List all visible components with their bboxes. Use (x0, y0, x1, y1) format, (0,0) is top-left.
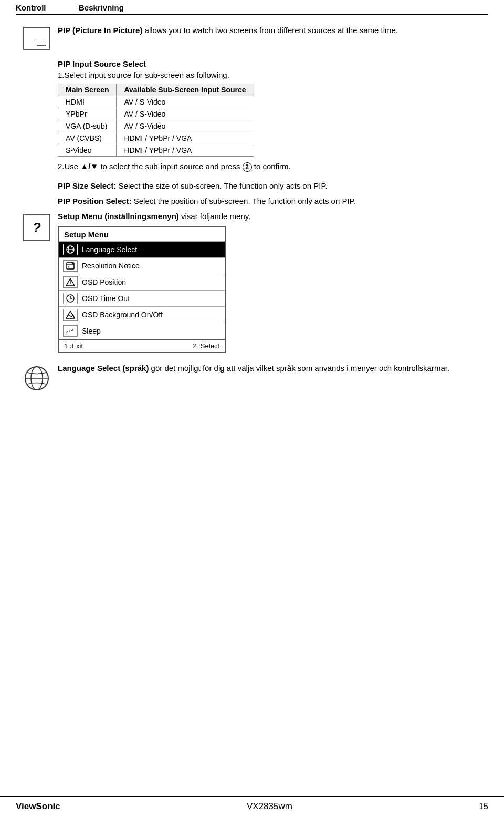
table-cell-mainscreen: VGA (D-sub) (58, 120, 117, 132)
pip-inner-box (37, 39, 46, 46)
setup-menu-item: OSD Position (59, 274, 225, 290)
pip-step2-text: 2.Use ▲/▼ to select the sub-input source… (58, 162, 488, 172)
setup-menu-item: Language Select (59, 241, 225, 257)
menu-item-icon: R (63, 260, 78, 272)
setup-intro-bold: Setup Menu (inställningsmenyn) (58, 212, 179, 221)
table-row: AV (CVBS)HDMI / YPbPr / VGA (58, 132, 254, 144)
header-col2: Beskrivning (79, 3, 124, 12)
menu-item-icon: zzZ (63, 325, 78, 337)
question-mark-icon: ? (23, 214, 50, 241)
setup-icon-col: ? (16, 212, 58, 241)
table-cell-subscreen: AV / S-Video (117, 96, 254, 108)
step2-prefix: 2.Use (58, 162, 80, 171)
setup-footer-right: 2 :Select (193, 342, 219, 350)
setup-footer-left: 1 :Exit (64, 342, 83, 350)
setup-menu-footer: 1 :Exit 2 :Select (59, 339, 225, 352)
table-cell-subscreen: HDMI / YPbPr / VGA (117, 132, 254, 144)
menu-item-icon (63, 309, 78, 321)
menu-item-label: OSD Position (82, 278, 126, 286)
table-cell-mainscreen: S-Video (58, 144, 117, 157)
setup-menu-items: Language SelectRResolution NoticeOSD Pos… (59, 241, 225, 339)
table-row: S-VideoHDMI / YPbPr / VGA (58, 144, 254, 157)
menu-item-label: Sleep (82, 327, 101, 335)
table-row: YPbPrAV / S-Video (58, 108, 254, 120)
table-cell-subscreen: AV / S-Video (117, 120, 254, 132)
globe-icon (23, 365, 50, 392)
setup-intro: Setup Menu (inställningsmenyn) visar föl… (58, 212, 488, 221)
pip-size-section: PIP Size Select: Select the size of sub-… (58, 181, 488, 190)
setup-menu-item: OSD Background On/Off (59, 306, 225, 323)
setup-menu-item: zzZSleep (59, 323, 225, 339)
menu-item-label: Resolution Notice (82, 262, 140, 270)
menu-item-label: Language Select (82, 245, 137, 254)
language-select-rest: gör det möjligt för dig att välja vilket… (149, 364, 449, 373)
menu-item-icon (63, 276, 78, 288)
language-select-text: Language Select (språk) gör det möjligt … (58, 363, 488, 375)
table-col1-header: Main Screen (58, 84, 117, 96)
menu-item-icon (63, 293, 78, 304)
table-header-row: Main Screen Available Sub-Screen Input S… (58, 84, 254, 96)
pip-intro-bold: PIP (Picture In Picture) (58, 26, 142, 35)
svg-text:z: z (68, 329, 71, 333)
pip-intro-rest: allows you to watch two screens from dif… (142, 26, 398, 35)
confirm-button-icon: 2 (243, 162, 252, 172)
setup-menu-section: ? Setup Menu (inställningsmenyn) visar f… (16, 212, 488, 353)
setup-menu-item: RResolution Notice (59, 257, 225, 274)
pip-input-title: PIP Input Source Select (58, 59, 488, 68)
pip-position-text: Select the position of sub-screen. The f… (132, 197, 356, 205)
pip-position-bold: PIP Position Select: (58, 197, 132, 205)
step2-suffix: to select the sub-input source and press (98, 162, 242, 171)
table-cell-subscreen: AV / S-Video (117, 108, 254, 120)
pip-position-section: PIP Position Select: Select the position… (58, 197, 488, 205)
step2-arrows: ▲/▼ (80, 162, 98, 171)
language-select-section: Language Select (språk) gör det möjligt … (16, 363, 488, 392)
page-footer: ViewSonic VX2835wm 15 (0, 796, 504, 816)
main-content: PIP (Picture In Picture) allows you to w… (16, 15, 488, 392)
pip-input-table: Main Screen Available Sub-Screen Input S… (58, 84, 254, 157)
pip-input-source-section: PIP Input Source Select 1.Select input s… (58, 59, 488, 172)
table-cell-mainscreen: AV (CVBS) (58, 132, 117, 144)
pip-size-bold: PIP Size Select: (58, 181, 116, 190)
pip-icon (23, 27, 50, 50)
table-cell-subscreen: HDMI / YPbPr / VGA (117, 144, 254, 157)
setup-menu-box: Setup Menu Language SelectRResolution No… (58, 226, 226, 353)
svg-text:R: R (68, 266, 70, 269)
svg-point-5 (72, 263, 73, 264)
setup-text-col: Setup Menu (inställningsmenyn) visar föl… (58, 212, 488, 353)
table-cell-mainscreen: YPbPr (58, 108, 117, 120)
pip-size-text: Select the size of sub-screen. The funct… (116, 181, 327, 190)
setup-menu-title: Setup Menu (59, 227, 225, 241)
setup-intro-text: visar följande meny. (179, 212, 250, 221)
table-row: HDMIAV / S-Video (58, 96, 254, 108)
table-row: VGA (D-sub)AV / S-Video (58, 120, 254, 132)
footer-model: VX2835wm (247, 801, 292, 812)
pip-input-step1: 1.Select input source for sub-screen as … (58, 70, 488, 79)
header-col1: Kontroll (16, 3, 79, 12)
step2-end: to confirm. (252, 162, 291, 171)
globe-icon-col (16, 363, 58, 392)
pip-intro-row: PIP (Picture In Picture) allows you to w… (16, 25, 488, 50)
pip-icon-col (16, 25, 58, 50)
language-select-bold: Language Select (språk) (58, 364, 149, 373)
table-col2-header: Available Sub-Screen Input Source (117, 84, 254, 96)
menu-item-label: OSD Time Out (82, 294, 130, 303)
pip-intro-text: PIP (Picture In Picture) allows you to w… (58, 25, 488, 37)
svg-text:Z: Z (71, 328, 74, 332)
footer-brand: ViewSonic (16, 801, 60, 812)
menu-item-icon (63, 244, 78, 255)
menu-item-label: OSD Background On/Off (82, 311, 163, 319)
header-row: Kontroll Beskrivning (16, 0, 488, 15)
table-cell-mainscreen: HDMI (58, 96, 117, 108)
footer-page-number: 15 (479, 802, 488, 811)
setup-menu-item: OSD Time Out (59, 290, 225, 306)
